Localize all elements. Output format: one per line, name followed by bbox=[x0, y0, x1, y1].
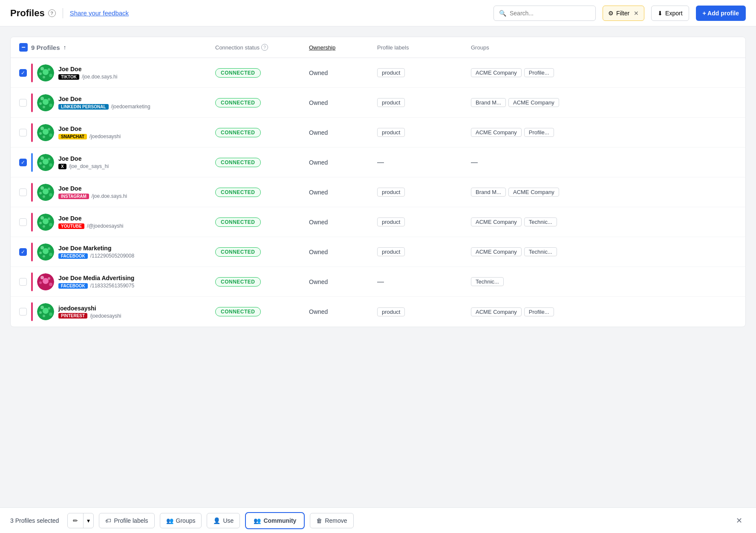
svg-point-6 bbox=[43, 76, 45, 78]
platform-badge: LINKEDIN PERSONAL bbox=[58, 104, 109, 110]
profile-name: joedoesayshi bbox=[58, 305, 121, 312]
table-row: Joe DoeLINKEDIN PERSONAL/joedoemarketing… bbox=[11, 88, 745, 118]
platform-bar bbox=[31, 153, 33, 172]
profile-cell: ✓ Joe DoeX/joe_doe_says_hi bbox=[19, 153, 215, 172]
avatar bbox=[37, 154, 54, 171]
filter-clear-icon[interactable]: ✕ bbox=[634, 10, 639, 17]
ownership-cell: Owned bbox=[309, 129, 377, 136]
deselect-all-button[interactable]: − bbox=[19, 43, 28, 52]
row-checkbox[interactable] bbox=[19, 308, 27, 316]
labels-cell: product bbox=[377, 217, 471, 226]
row-checkbox[interactable]: ✓ bbox=[19, 69, 27, 77]
connected-badge: CONNECTED bbox=[215, 307, 261, 316]
svg-point-44 bbox=[40, 246, 44, 249]
main-content: − 9 Profiles ↑ Connection status ? Owner… bbox=[0, 26, 756, 337]
platform-badge-row: YOUTUBE/@joedoesayshi bbox=[58, 223, 123, 229]
svg-point-36 bbox=[43, 218, 49, 224]
svg-point-47 bbox=[49, 253, 52, 256]
search-icon: 🔍 bbox=[499, 10, 506, 17]
profile-cell: ✓ Joe Doe MarketingFACEBOOK/112290505209… bbox=[19, 243, 215, 261]
label-tag: product bbox=[377, 68, 405, 77]
sort-arrow[interactable]: ↑ bbox=[63, 44, 66, 51]
feedback-link[interactable]: Share your feedback bbox=[70, 9, 129, 17]
table-body: ✓ Joe DoeTIKTOK/joe.doe.says.hiCONNECTED… bbox=[11, 58, 745, 327]
group-tag: Profile... bbox=[524, 68, 554, 77]
filter-button[interactable]: ⚙ Filter ✕ bbox=[603, 6, 644, 21]
svg-point-11 bbox=[39, 102, 42, 105]
ownership-cell: Owned bbox=[309, 308, 377, 315]
ownership-cell: Owned bbox=[309, 278, 377, 285]
platform-badge: FACEBOOK bbox=[58, 253, 88, 259]
connection-status-cell: CONNECTED bbox=[215, 68, 309, 78]
row-checkbox[interactable] bbox=[19, 129, 27, 136]
svg-point-34 bbox=[43, 195, 45, 198]
empty-label: — bbox=[377, 159, 384, 166]
table-row: Joe DoeINSTAGRAM/joe.doe.says.hiCONNECTE… bbox=[11, 177, 745, 207]
profile-handle: /joe_doe_says_hi bbox=[69, 163, 109, 169]
group-tag: Profile... bbox=[524, 307, 554, 316]
profile-cell: ✓ Joe DoeTIKTOK/joe.doe.says.hi bbox=[19, 64, 215, 82]
group-tag: Brand M... bbox=[471, 98, 506, 107]
header-divider bbox=[63, 8, 63, 18]
ownership-header[interactable]: Ownership bbox=[309, 44, 377, 51]
group-tag: ACME Company bbox=[471, 68, 522, 77]
count-column: − 9 Profiles ↑ bbox=[19, 43, 215, 52]
svg-point-25 bbox=[39, 162, 42, 165]
row-checkbox[interactable] bbox=[19, 218, 27, 226]
groups-header: Groups bbox=[471, 44, 737, 51]
connection-status-cell: CONNECTED bbox=[215, 98, 309, 107]
search-input[interactable] bbox=[510, 10, 590, 17]
row-checkbox[interactable] bbox=[19, 188, 27, 196]
svg-point-17 bbox=[48, 128, 50, 130]
connection-status-cell: CONNECTED bbox=[215, 158, 309, 167]
row-checkbox[interactable] bbox=[19, 278, 27, 286]
export-button[interactable]: ⬇ Export bbox=[651, 6, 689, 21]
groups-cell: Brand M...ACME Company bbox=[471, 188, 737, 197]
ownership-cell: Owned bbox=[309, 249, 377, 255]
label-tag: product bbox=[377, 247, 405, 256]
groups-cell: ACME CompanyProfile... bbox=[471, 307, 737, 316]
title-text: Profiles bbox=[10, 8, 45, 19]
platform-bar bbox=[31, 93, 33, 112]
svg-point-53 bbox=[39, 281, 42, 284]
svg-point-4 bbox=[39, 72, 42, 75]
profile-cell: Joe DoeINSTAGRAM/joe.doe.says.hi bbox=[19, 183, 215, 202]
groups-cell: ACME CompanyProfile... bbox=[471, 68, 737, 77]
profile-handle: /joe.doe.says.hi bbox=[82, 74, 117, 80]
svg-point-24 bbox=[48, 158, 50, 160]
add-profile-button[interactable]: + Add profile bbox=[696, 6, 746, 21]
svg-point-31 bbox=[48, 188, 50, 190]
platform-bar bbox=[31, 183, 33, 202]
profile-handle: /joedoemarketing bbox=[111, 104, 150, 110]
label-tag: product bbox=[377, 217, 405, 226]
avatar bbox=[37, 243, 54, 261]
filter-label: Filter bbox=[616, 10, 629, 17]
profile-cell: Joe DoeYOUTUBE/@joedoesayshi bbox=[19, 213, 215, 232]
help-icon[interactable]: ? bbox=[48, 9, 56, 17]
connection-status-cell: CONNECTED bbox=[215, 217, 309, 227]
profile-cell: Joe Doe Media AdvertisingFACEBOOK/118332… bbox=[19, 272, 215, 291]
search-box: 🔍 bbox=[493, 6, 596, 21]
ownership-cell: Owned bbox=[309, 159, 377, 166]
filter-icon: ⚙ bbox=[608, 10, 614, 17]
row-checkbox[interactable] bbox=[19, 99, 27, 107]
row-checkbox[interactable]: ✓ bbox=[19, 248, 27, 256]
row-checkbox[interactable]: ✓ bbox=[19, 159, 27, 166]
table-row: Joe DoeYOUTUBE/@joedoesayshiCONNECTEDOwn… bbox=[11, 207, 745, 237]
avatar bbox=[37, 124, 54, 141]
table-row: Joe Doe Media AdvertisingFACEBOOK/118332… bbox=[11, 267, 745, 297]
svg-point-27 bbox=[43, 165, 45, 168]
profile-name: Joe Doe bbox=[58, 215, 123, 222]
ownership-cell: Owned bbox=[309, 219, 377, 226]
profile-name: Joe Doe bbox=[58, 155, 109, 162]
svg-point-37 bbox=[40, 216, 44, 220]
profile-name: Joe Doe bbox=[58, 125, 121, 132]
svg-point-30 bbox=[40, 186, 44, 190]
group-tag: Profile... bbox=[524, 128, 554, 137]
platform-badge-row: SNAPCHAT/joedoesayshi bbox=[58, 133, 121, 139]
profile-cell: Joe DoeLINKEDIN PERSONAL/joedoemarketing bbox=[19, 93, 215, 112]
profile-handle: /joedoesayshi bbox=[89, 133, 121, 139]
connection-status-cell: CONNECTED bbox=[215, 128, 309, 137]
connection-status-help-icon[interactable]: ? bbox=[261, 44, 268, 51]
profile-cell: joedoesayshiPINTEREST/joedoesayshi bbox=[19, 302, 215, 321]
